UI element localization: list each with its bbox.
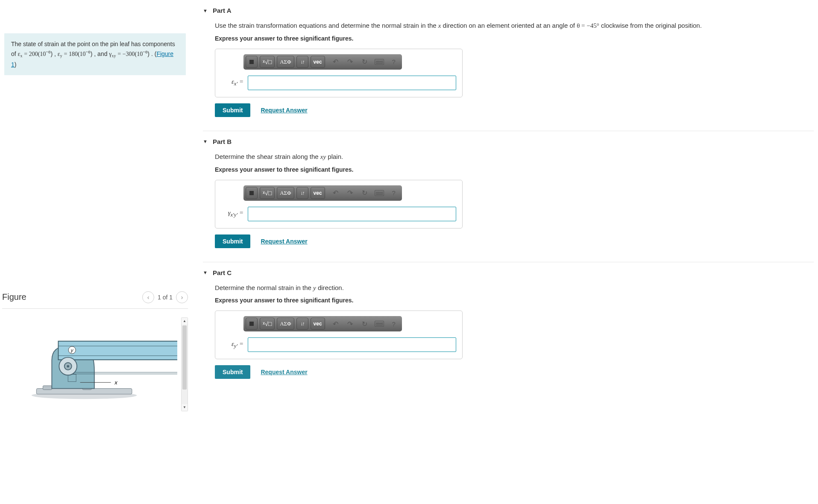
svg-rect-5 [58,341,177,360]
reset-button[interactable]: ↻ [359,318,371,330]
templates-button[interactable] [246,318,258,330]
figure-pager: 1 of 1 [158,294,173,301]
greek-button[interactable]: ΑΣΦ [277,187,294,199]
part-b-prompt: Determine the shear strain along the xy … [215,152,814,162]
rect-icon [249,322,254,326]
caret-down-icon: ▼ [203,139,208,144]
greek-button[interactable]: ΑΣΦ [277,56,294,68]
divider [203,131,814,131]
figure-panel: Figure ‹ 1 of 1 › [0,289,190,411]
sqrt-button[interactable]: ᵡ√□ [260,56,275,68]
help-button[interactable]: ? [388,187,400,199]
part-b-toggle[interactable]: ▼ Part B [203,135,814,149]
part-a-toggle[interactable]: ▼ Part A [203,3,814,18]
svg-rect-2 [43,386,52,390]
undo-button[interactable]: ↶ [330,318,342,330]
part-b-symlabel: γx′y′ = [222,209,243,218]
figure-next-button[interactable]: › [176,291,188,303]
part-a-answer-input[interactable] [248,76,456,90]
templates-button[interactable] [246,187,258,199]
rect-icon [249,191,254,195]
part-b-answer-input[interactable] [248,207,456,221]
keyboard-icon [375,59,384,65]
sqrt-button[interactable]: ᵡ√□ [260,187,275,199]
sqrt-button[interactable]: ᵡ√□ [260,318,275,330]
redo-button[interactable]: ↷ [344,318,356,330]
part-c-answer-input[interactable] [248,337,456,352]
reset-button[interactable]: ↻ [359,56,371,68]
caret-down-icon: ▼ [203,8,208,13]
keyboard-icon [375,190,384,196]
vec-button[interactable]: vec [311,187,325,199]
undo-button[interactable]: ↶ [330,187,342,199]
part-a-prompt: Use the strain transformation equations … [215,21,814,31]
figure-title: Figure [2,292,26,302]
scrollbar-thumb[interactable] [182,325,187,390]
subscript-button[interactable]: ↓↑ [296,187,308,199]
rect-icon [249,60,254,64]
redo-button[interactable]: ↷ [344,187,356,199]
part-b-label: Part B [213,138,232,145]
part-c-instruct: Express your answer to three significant… [215,297,814,304]
help-button[interactable]: ? [388,56,400,68]
part-b-submit-button[interactable]: Submit [215,234,250,248]
part-b-answer-widget: ᵡ√□ ΑΣΦ ↓↑ vec ↶ ↷ ↻ ? γx′y′ = [215,180,463,229]
reset-button[interactable]: ↻ [359,187,371,199]
part-a-instruct: Express your answer to three significant… [215,35,814,42]
part-b-request-answer-link[interactable]: Request Answer [261,238,307,245]
divider [203,262,814,262]
figure-scrollbar[interactable]: ▲ ▼ [181,317,188,411]
redo-button[interactable]: ↷ [344,56,356,68]
undo-button[interactable]: ↶ [330,56,342,68]
part-b-instruct: Express your answer to three significant… [215,166,814,173]
keyboard-button[interactable] [373,56,385,68]
svg-text:x: x [114,379,118,386]
templates-button[interactable] [246,56,258,68]
part-c-symlabel: εy′ = [222,340,243,349]
part-a-symlabel: εx′ = [222,78,243,87]
greek-button[interactable]: ΑΣΦ [277,318,294,330]
figure-prev-button[interactable]: ‹ [142,291,154,303]
part-c-request-answer-link[interactable]: Request Answer [261,369,307,375]
equation-toolbar: ᵡ√□ ΑΣΦ ↓↑ vec ↶ ↷ ↻ ? [243,185,402,201]
equation-toolbar: ᵡ√□ ΑΣΦ ↓↑ vec ↶ ↷ ↻ ? [243,316,402,331]
scroll-up-icon[interactable]: ▲ [182,318,188,325]
part-c-submit-button[interactable]: Submit [215,365,250,379]
scroll-down-icon[interactable]: ▼ [182,404,188,411]
part-c-prompt: Determine the normal strain in the y dir… [215,283,814,293]
part-a-answer-widget: ᵡ√□ ΑΣΦ ↓↑ vec ↶ ↷ ↻ ? εx′ = [215,49,463,97]
part-c-answer-widget: ᵡ√□ ΑΣΦ ↓↑ vec ↶ ↷ ↻ ? εy′ = [215,311,463,359]
part-a-submit-button[interactable]: Submit [215,103,250,117]
keyboard-button[interactable] [373,318,385,330]
part-c-toggle[interactable]: ▼ Part C [203,266,814,280]
part-a: ▼ Part A Use the strain transformation e… [203,3,814,123]
subscript-button[interactable]: ↓↑ [296,56,308,68]
help-button[interactable]: ? [388,318,400,330]
vec-button[interactable]: vec [311,56,325,68]
figure-image: y x [2,317,181,403]
part-a-request-answer-link[interactable]: Request Answer [261,107,307,114]
part-b: ▼ Part B Determine the shear strain alon… [203,135,814,254]
equation-toolbar: ᵡ√□ ΑΣΦ ↓↑ vec ↶ ↷ ↻ ? [243,54,402,70]
part-a-label: Part A [213,7,232,14]
problem-statement: The state of strain at the point on the … [4,33,186,75]
svg-point-12 [67,365,69,368]
keyboard-icon [375,321,384,327]
keyboard-button[interactable] [373,187,385,199]
caret-down-icon: ▼ [203,270,208,275]
vec-button[interactable]: vec [311,318,325,330]
part-c: ▼ Part C Determine the normal strain in … [203,266,814,385]
part-c-label: Part C [213,269,232,276]
subscript-button[interactable]: ↓↑ [296,318,308,330]
